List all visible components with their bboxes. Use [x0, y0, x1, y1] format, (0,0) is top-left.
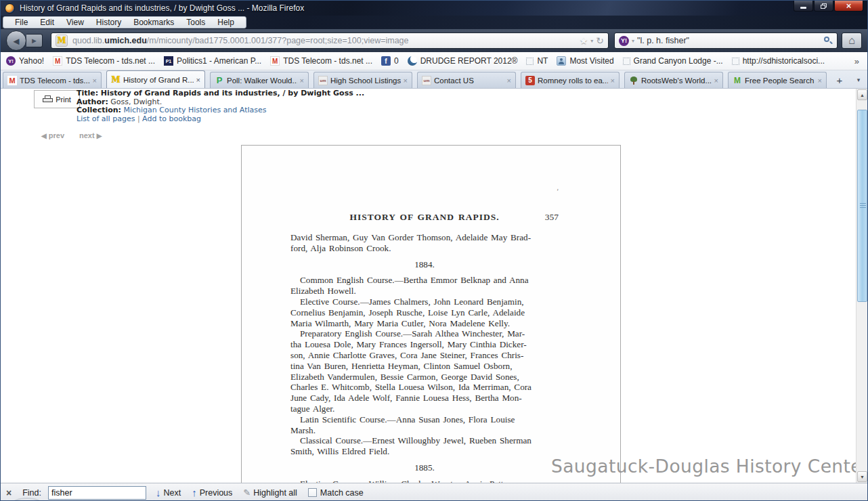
tab-high-school-listings[interactable]: umHigh School Listings× [313, 72, 412, 88]
list-all-pages-link[interactable]: List of all pages [77, 114, 135, 123]
next-page-button[interactable]: next ▶ [79, 131, 102, 139]
site-favicon: M [56, 35, 68, 47]
book-page-number: 357 [545, 212, 559, 223]
scroll-down-icon[interactable]: ▼ [857, 471, 867, 482]
bookmark-grand-canyon-lodge[interactable]: Grand Canyon Lodge -... [623, 56, 723, 66]
tab-free-people-search[interactable]: MFree People Search ...× [728, 72, 827, 88]
collection-link[interactable]: Michigan County Histories and Atlases [123, 106, 266, 114]
search-box[interactable]: Y! ▾ [614, 32, 838, 49]
tab-tds-telecom[interactable]: MTDS Telecom - tds....× [3, 72, 102, 88]
arrow-down-icon: ↓ [156, 487, 161, 498]
tab-close-icon[interactable]: × [404, 77, 408, 85]
document-metadata: Title: History of Grand Rapids and its i… [77, 89, 364, 123]
bookmark-tds-telecom-1[interactable]: MTDS Telecom - tds.net ... [53, 56, 155, 66]
book-paragraph: Latin Scientific Course.—Anna Susan Jone… [290, 414, 575, 436]
bookmark-nt[interactable]: NT [526, 56, 548, 66]
book-page-text: HISTORY OF GRAND RAPIDS. 357 David Sherm… [290, 212, 575, 483]
find-bar: × Find: ↓Next ↑Previous ✎Highlight all M… [1, 483, 867, 501]
menu-edit[interactable]: Edit [34, 17, 60, 28]
new-tab-button[interactable]: + [831, 72, 848, 87]
bookmark-drudge-report[interactable]: DRUDGE REPORT 2012® [408, 56, 518, 66]
menu-help[interactable]: Help [211, 17, 240, 28]
yahoo-icon: Y! [6, 56, 16, 66]
close-button[interactable]: × [834, 1, 863, 12]
restore-button[interactable] [814, 1, 833, 12]
match-case-option[interactable]: Match case [308, 488, 364, 498]
tab-close-icon[interactable]: × [611, 77, 615, 85]
browser-window: History of Grand Rapids and its industri… [0, 0, 868, 501]
bookmark-facebook[interactable]: f0 [381, 56, 399, 66]
tab-romney-rolls[interactable]: 5Romney rolls to ea...× [521, 72, 620, 88]
bookmark-most-visited[interactable]: Most Visited [557, 56, 613, 66]
scanned-book-page: ‛ HISTORY OF GRAND RAPIDS. 357 David She… [241, 145, 621, 483]
menu-bookmarks[interactable]: Bookmarks [127, 17, 180, 28]
search-engine-dropdown-icon[interactable]: ▾ [632, 38, 634, 44]
default-bookmark-icon [623, 58, 630, 65]
find-next-button[interactable]: ↓Next [156, 487, 181, 498]
search-go-icon[interactable] [823, 36, 833, 45]
arrow-up-icon: ↑ [192, 487, 197, 498]
tab-contact-us[interactable]: umContact US× [417, 72, 516, 88]
prev-page-button[interactable]: ◀ prev [41, 131, 64, 139]
page-navigation: ◀ prevnext ▶ [41, 131, 102, 139]
ppp-icon: P [215, 76, 224, 85]
reload-icon[interactable]: ↻ [596, 35, 604, 46]
list-all-tabs-icon[interactable]: ▾ [852, 72, 865, 87]
menu-view[interactable]: View [60, 17, 90, 28]
highlight-all-button[interactable]: ✎Highlight all [243, 487, 297, 498]
menu-bar: File Edit View History Bookmarks Tools H… [1, 16, 867, 29]
menu-tools[interactable]: Tools [180, 17, 211, 28]
forward-button[interactable]: ► [26, 34, 43, 47]
tab-poll-walker[interactable]: PPoll: Walker Would...× [210, 72, 309, 88]
tab-close-icon[interactable]: × [714, 77, 718, 85]
tab-close-icon[interactable]: × [300, 77, 304, 85]
bookmark-yahoo[interactable]: Y!Yahoo! [6, 56, 44, 66]
vertical-scrollbar[interactable]: ▲ ▼ [856, 89, 867, 483]
tab-close-icon[interactable]: × [93, 77, 97, 85]
back-button[interactable]: ◄ [6, 30, 26, 51]
tab-close-icon[interactable]: × [196, 76, 200, 84]
tab-close-icon[interactable]: × [818, 77, 822, 85]
yahoo-search-icon[interactable]: Y! [619, 36, 629, 46]
tab-rootsweb[interactable]: RootsWeb's World...× [624, 72, 723, 88]
default-bookmark-icon [732, 58, 739, 65]
url-bar[interactable]: M quod.lib.umich.edu/m/micounty/bad1775.… [51, 32, 609, 49]
add-to-bookbag-link[interactable]: Add to bookbag [142, 114, 201, 123]
bookmark-politics1[interactable]: P1Politics1 - American P... [164, 56, 261, 66]
default-bookmark-icon [526, 58, 534, 65]
find-input[interactable] [48, 486, 146, 500]
find-previous-button[interactable]: ↑Previous [192, 487, 232, 498]
menu-file[interactable]: File [9, 17, 34, 28]
gmail-icon: M [53, 56, 62, 66]
most-visited-icon [557, 56, 566, 66]
bookmark-sdhistoricalsoci[interactable]: http://sdhistoricalsoci... [732, 56, 825, 66]
scrollbar-thumb[interactable] [857, 110, 867, 302]
bookmarks-overflow-icon[interactable]: » [852, 56, 862, 66]
findbar-ghost-artifact [12, 498, 43, 501]
generic-site-icon: um [422, 76, 431, 85]
document-author: Goss, Dwight. [110, 97, 162, 106]
window-title: History of Grand Rapids and its industri… [20, 3, 304, 13]
rootsweb-tree-icon [629, 76, 638, 85]
book-paragraph: Common English Course.—Bertha Emmor Belk… [290, 275, 575, 297]
tab-close-icon[interactable]: × [507, 77, 511, 85]
tab-bar: MTDS Telecom - tds....× MHistory of Gran… [1, 70, 867, 89]
home-button[interactable]: ⌂ [842, 32, 862, 49]
findbar-close-icon[interactable]: × [6, 487, 12, 498]
scroll-up-icon[interactable]: ▲ [857, 89, 867, 100]
firefox-icon [5, 3, 15, 14]
highlighter-icon: ✎ [243, 487, 251, 498]
url-text: quod.lib.umich.edu/m/micounty/bad1775.00… [72, 36, 580, 45]
umich-icon: M [111, 75, 121, 85]
book-paragraph: Classical Course.—Ernest Willoughby Jewe… [290, 435, 575, 457]
urlbar-dropdown-icon[interactable]: ▾ [590, 38, 593, 44]
menu-history[interactable]: History [90, 17, 127, 28]
bookmark-tds-telecom-2[interactable]: MTDS Telecom - tds.net ... [270, 56, 372, 66]
bookmark-star-icon[interactable]: ★ [580, 35, 588, 46]
search-input[interactable] [637, 36, 823, 45]
page-content: Print Title: History of Grand Rapids and… [1, 89, 867, 483]
minimize-button[interactable] [794, 1, 813, 12]
tab-history-of-grand-rapids[interactable]: MHistory of Grand R...× [106, 70, 205, 88]
match-case-checkbox[interactable] [308, 488, 317, 497]
print-button[interactable]: Print [34, 90, 80, 108]
